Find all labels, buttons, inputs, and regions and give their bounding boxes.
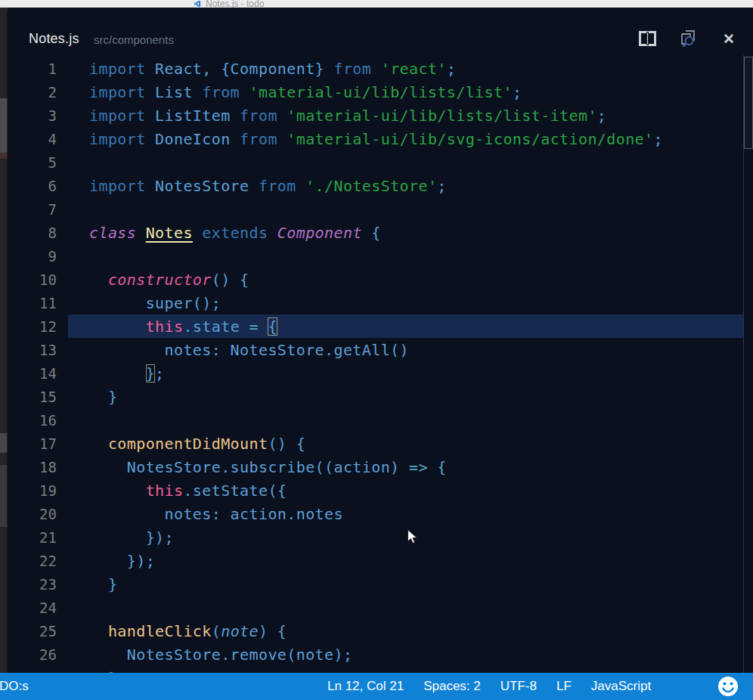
scrollbar-thumb[interactable] bbox=[744, 57, 753, 149]
code-line[interactable]: 14 }; bbox=[8, 361, 753, 385]
line-number[interactable]: 1 bbox=[8, 60, 68, 77]
code-line[interactable]: 7 bbox=[8, 197, 753, 221]
statusbar-language-mode[interactable]: JavaScript bbox=[591, 679, 651, 694]
code-token: import bbox=[89, 130, 155, 148]
code-token: = bbox=[249, 317, 259, 336]
code-line-text[interactable]: NotesStore.subscribe((action) => { bbox=[68, 458, 447, 476]
code-line[interactable]: 10 constructor() { bbox=[8, 268, 753, 291]
code-line[interactable]: 11 super(); bbox=[8, 291, 753, 314]
line-number[interactable]: 10 bbox=[8, 271, 68, 288]
line-number[interactable]: 4 bbox=[8, 131, 68, 147]
line-number[interactable]: 24 bbox=[8, 599, 68, 616]
code-line[interactable]: 26 NotesStore.remove(note); bbox=[8, 643, 753, 666]
code-line-text[interactable]: constructor() { bbox=[68, 271, 249, 289]
code-line-text[interactable]: super(); bbox=[68, 294, 221, 312]
code-line-text[interactable]: class Notes extends Component { bbox=[68, 224, 381, 242]
code-line-text[interactable]: componentDidMount() { bbox=[68, 435, 305, 453]
line-number[interactable]: 18 bbox=[8, 459, 68, 475]
code-token bbox=[89, 271, 108, 289]
code-line-text[interactable]: this.state = { bbox=[68, 317, 277, 336]
code-line[interactable]: 8class Notes extends Component { bbox=[8, 221, 753, 244]
code-line-text[interactable]: import DoneIcon from 'material-ui/lib/sv… bbox=[68, 130, 663, 148]
line-number[interactable]: 23 bbox=[8, 576, 68, 593]
code-line-text[interactable]: } bbox=[68, 388, 117, 406]
code-line-text[interactable]: }); bbox=[68, 528, 174, 547]
code-line-text[interactable]: }); bbox=[68, 552, 155, 570]
line-number[interactable]: 12 bbox=[8, 318, 68, 335]
statusbar-encoding[interactable]: UTF-8 bbox=[500, 679, 537, 694]
vertical-scrollbar[interactable] bbox=[743, 55, 753, 673]
code-line[interactable]: 17 componentDidMount() { bbox=[8, 432, 753, 455]
open-preview-icon[interactable] bbox=[677, 29, 699, 48]
code-line[interactable]: 27 } bbox=[8, 666, 753, 673]
code-token: ; bbox=[513, 83, 522, 101]
code-token: './NotesStore' bbox=[305, 177, 437, 195]
line-number[interactable]: 26 bbox=[8, 646, 68, 663]
statusbar-indentation[interactable]: Spaces: 2 bbox=[423, 679, 481, 694]
code-token: ) { bbox=[259, 622, 287, 640]
code-line[interactable]: 22 }); bbox=[8, 549, 753, 572]
line-number[interactable]: 20 bbox=[8, 506, 68, 522]
code-token: () { bbox=[268, 435, 305, 453]
code-line[interactable]: 20 notes: action.notes bbox=[8, 502, 753, 525]
code-line[interactable]: 12 this.state = { bbox=[8, 314, 753, 338]
code-line[interactable]: 5 bbox=[8, 150, 753, 174]
line-number[interactable]: 17 bbox=[8, 435, 68, 452]
code-line-text[interactable]: import ListItem from 'material-ui/lib/li… bbox=[68, 107, 606, 125]
code-line[interactable]: 24 bbox=[8, 596, 753, 619]
line-number[interactable]: 25 bbox=[8, 623, 68, 640]
code-editor[interactable]: 1import React, {Component} from 'react';… bbox=[8, 57, 753, 673]
code-line[interactable]: 25 handleClick(note) { bbox=[8, 619, 753, 643]
line-number[interactable]: 7 bbox=[8, 201, 68, 218]
line-number[interactable]: 15 bbox=[8, 389, 68, 405]
code-line-text[interactable]: import NotesStore from './NotesStore'; bbox=[68, 177, 447, 195]
code-line[interactable]: 18 NotesStore.subscribe((action) => { bbox=[8, 455, 753, 479]
line-number[interactable]: 14 bbox=[8, 365, 68, 382]
code-line[interactable]: 19 this.setState({ bbox=[8, 479, 753, 502]
close-icon[interactable]: ✕ bbox=[718, 29, 739, 48]
code-line[interactable]: 1import React, {Component} from 'react'; bbox=[8, 57, 753, 80]
code-line-text[interactable]: import List from 'material-ui/lib/lists/… bbox=[68, 83, 522, 101]
code-line[interactable]: 23 } bbox=[8, 572, 753, 596]
line-number[interactable]: 16 bbox=[8, 412, 68, 429]
code-line[interactable]: 3import ListItem from 'material-ui/lib/l… bbox=[8, 104, 753, 127]
line-number[interactable]: 5 bbox=[8, 154, 68, 171]
line-number[interactable]: 11 bbox=[8, 295, 68, 311]
code-line-text[interactable]: }; bbox=[68, 364, 165, 383]
code-token: } bbox=[89, 388, 117, 406]
code-token: NotesStore bbox=[155, 177, 249, 195]
code-line[interactable]: 4import DoneIcon from 'material-ui/lib/s… bbox=[8, 127, 753, 150]
code-token: .state bbox=[183, 317, 249, 336]
code-line-text[interactable]: notes: action.notes bbox=[68, 505, 343, 523]
line-number[interactable]: 9 bbox=[8, 248, 68, 265]
code-line[interactable]: 9 bbox=[8, 244, 753, 268]
code-line[interactable]: 21 }); bbox=[8, 525, 753, 549]
code-line-text[interactable]: notes: NotesStore.getAll() bbox=[68, 341, 409, 359]
code-line-text[interactable]: NotesStore.remove(note); bbox=[68, 646, 352, 664]
line-number[interactable]: 8 bbox=[8, 225, 68, 241]
line-number[interactable]: 22 bbox=[8, 553, 68, 569]
code-line-text[interactable]: handleClick(note) { bbox=[68, 622, 287, 640]
line-number[interactable]: 6 bbox=[8, 178, 68, 194]
line-number[interactable]: 2 bbox=[8, 84, 68, 101]
statusbar-left-text[interactable]: DO:s bbox=[0, 679, 29, 694]
line-number[interactable]: 21 bbox=[8, 529, 68, 546]
code-line-text[interactable]: } bbox=[68, 575, 117, 593]
code-line[interactable]: 13 notes: NotesStore.getAll() bbox=[8, 338, 753, 361]
statusbar-eol[interactable]: LF bbox=[556, 679, 572, 694]
smiley-icon[interactable] bbox=[717, 675, 739, 698]
statusbar-cursor-position[interactable]: Ln 12, Col 21 bbox=[327, 679, 404, 694]
code-token: DoneIcon bbox=[155, 130, 231, 148]
code-line[interactable]: 2import List from 'material-ui/lib/lists… bbox=[8, 80, 753, 104]
split-editor-icon[interactable] bbox=[637, 29, 658, 48]
line-number[interactable]: 19 bbox=[8, 482, 68, 499]
code-line[interactable]: 6import NotesStore from './NotesStore'; bbox=[8, 174, 753, 197]
line-number[interactable]: 13 bbox=[8, 342, 68, 358]
code-token: { bbox=[362, 224, 381, 242]
code-line[interactable]: 15 } bbox=[8, 385, 753, 408]
code-line[interactable]: 16 bbox=[8, 408, 753, 432]
code-line-text[interactable]: import React, {Component} from 'react'; bbox=[68, 60, 456, 78]
code-token: ListItem bbox=[155, 107, 231, 125]
code-line-text[interactable]: this.setState({ bbox=[68, 482, 287, 500]
line-number[interactable]: 3 bbox=[8, 107, 68, 124]
